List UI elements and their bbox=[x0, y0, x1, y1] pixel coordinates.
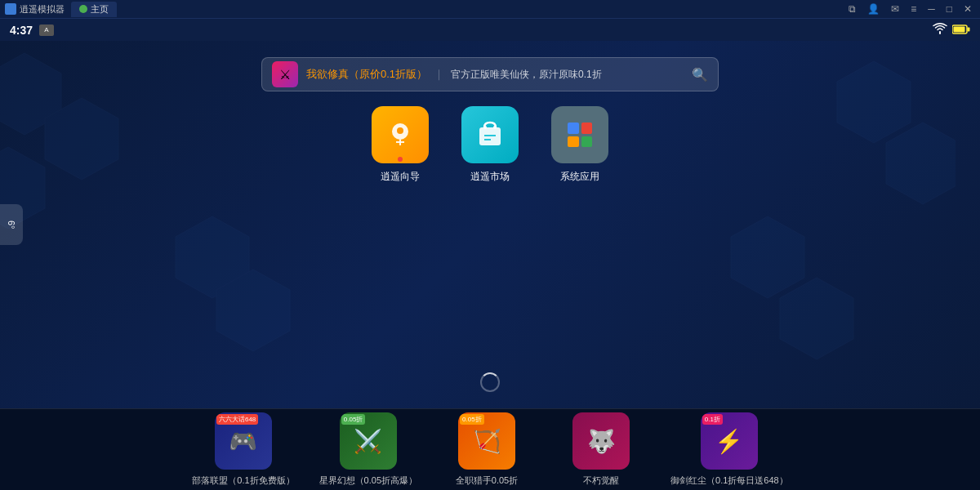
main-area: ⚔ 我欲修真（原价0.1折版） ｜ 官方正版唯美仙侠，原汁原味0.1折 🔍 bbox=[0, 41, 980, 408]
home-tab[interactable]: 主页 bbox=[71, 2, 117, 17]
game-label-game3: 全职猎手0.05折 bbox=[456, 474, 518, 487]
app-item-market[interactable]: 逍遥市场 bbox=[461, 106, 519, 184]
app-item-guide[interactable]: 逍遥向导 bbox=[372, 106, 429, 184]
game-item-game1[interactable]: 🎮六六大话648部落联盟（0.1折免费版） bbox=[192, 412, 294, 487]
game-badge-game2: 0.05折 bbox=[341, 414, 366, 425]
statusbar: 4:37 A bbox=[0, 18, 980, 41]
system-icon-grid bbox=[561, 116, 599, 154]
guide-app-icon bbox=[372, 106, 429, 163]
game-item-game4[interactable]: 🐺不朽觉醒 bbox=[556, 412, 646, 487]
svg-marker-6 bbox=[837, 61, 911, 143]
game-icon-game5: ⚡0.1折 bbox=[701, 412, 758, 470]
svg-point-17 bbox=[483, 126, 487, 129]
titlebar: 逍遥模拟器 主页 ⧉ 👤 ✉ ≡ ─ □ ✕ bbox=[0, 0, 980, 18]
hex-bg-2 bbox=[808, 57, 956, 220]
hex-bg-4 bbox=[694, 212, 858, 376]
guide-dot bbox=[398, 157, 403, 162]
hex-bg-1 bbox=[0, 49, 147, 229]
spinner-area bbox=[480, 372, 500, 392]
maximize-btn[interactable]: □ bbox=[943, 2, 956, 16]
guide-label: 逍遥向导 bbox=[381, 170, 420, 184]
game-label-game1: 部落联盟（0.1折免费版） bbox=[192, 474, 294, 487]
search-container: ⚔ 我欲修真（原价0.1折版） ｜ 官方正版唯美仙侠，原汁原味0.1折 🔍 bbox=[261, 57, 719, 91]
sys-icon-g bbox=[568, 122, 579, 134]
tab-dot bbox=[79, 5, 87, 13]
minimize-btn[interactable]: ─ bbox=[924, 2, 938, 16]
game-icon-game1: 🎮六六大话648 bbox=[215, 412, 272, 470]
sys-icon-r bbox=[581, 122, 593, 134]
game-badge-game3: 0.05折 bbox=[460, 414, 484, 425]
bottombar: 🎮六六大话648部落联盟（0.1折免费版）⚔️0.05折星界幻想（0.05折高爆… bbox=[0, 408, 980, 490]
account-btn[interactable]: 👤 bbox=[864, 2, 883, 16]
time-display: 4:37 bbox=[10, 24, 33, 37]
close-btn[interactable]: ✕ bbox=[960, 2, 975, 16]
system-label: 系统应用 bbox=[560, 170, 599, 184]
game-item-game3[interactable]: 🏹0.05折全职猎手0.05折 bbox=[442, 412, 532, 487]
searchbar-game-icon: ⚔ bbox=[272, 61, 298, 87]
game-icon-bg-game4: 🐺 bbox=[572, 412, 630, 470]
game-badge-game1: 六六大话648 bbox=[216, 414, 258, 425]
app-logo-icon bbox=[5, 3, 16, 15]
loading-spinner bbox=[480, 372, 500, 392]
side-button-label: 6° bbox=[7, 220, 16, 229]
game-badge-game5: 0.1折 bbox=[702, 414, 723, 425]
menu-btn[interactable]: ≡ bbox=[907, 2, 920, 16]
searchbar-divider: ｜ bbox=[434, 67, 444, 82]
game-label-game5: 御剑红尘（0.1折每日送648） bbox=[670, 474, 788, 487]
app-logo: 逍遥模拟器 bbox=[5, 3, 65, 16]
wifi-icon bbox=[933, 23, 947, 37]
game-icon-game4: 🐺 bbox=[572, 412, 630, 470]
mail-btn[interactable]: ✉ bbox=[888, 2, 902, 16]
app-name: 逍遥模拟器 bbox=[20, 3, 65, 16]
app-item-system[interactable]: 系统应用 bbox=[551, 106, 608, 184]
svg-marker-11 bbox=[780, 278, 853, 359]
svg-rect-2 bbox=[954, 26, 965, 32]
side-button[interactable]: 6° bbox=[0, 204, 23, 245]
game-icon-game2: ⚔️0.05折 bbox=[340, 412, 397, 470]
svg-point-18 bbox=[493, 126, 497, 129]
searchbar-content: 我欲修真（原价0.1折版） ｜ 官方正版唯美仙侠，原汁原味0.1折 bbox=[306, 67, 684, 82]
market-icon-wrapper bbox=[461, 106, 519, 163]
titlebar-left: 逍遥模拟器 主页 bbox=[5, 2, 117, 17]
hex-bg-3 bbox=[163, 212, 294, 359]
tab-label: 主页 bbox=[91, 3, 109, 16]
svg-marker-10 bbox=[731, 216, 804, 298]
game-icon-inner: ⚔ bbox=[279, 67, 291, 82]
sys-icon-o bbox=[568, 136, 579, 148]
searchbar[interactable]: ⚔ 我欲修真（原价0.1折版） ｜ 官方正版唯美仙侠，原汁原味0.1折 🔍 bbox=[261, 57, 719, 91]
apps-grid: 逍遥向导 逍遥市场 bbox=[372, 106, 608, 184]
sys-icon-b bbox=[581, 136, 593, 148]
market-label: 逍遥市场 bbox=[470, 170, 510, 184]
search-icon[interactable]: 🔍 bbox=[692, 67, 708, 82]
game-label-game4: 不朽觉醒 bbox=[583, 474, 619, 487]
guide-icon-wrapper bbox=[372, 106, 429, 163]
svg-rect-1 bbox=[968, 27, 970, 31]
keyboard-icon: A bbox=[39, 24, 54, 36]
statusbar-left: 4:37 A bbox=[10, 24, 54, 37]
searchbar-description: 官方正版唯美仙侠，原汁原味0.1折 bbox=[451, 68, 602, 82]
battery-icon bbox=[952, 23, 970, 38]
searchbar-game-title: 我欲修真（原价0.1折版） bbox=[306, 67, 427, 82]
svg-point-13 bbox=[397, 127, 403, 134]
keyboard-label: A bbox=[44, 26, 48, 33]
system-icon-wrapper bbox=[551, 106, 608, 163]
titlebar-controls: ⧉ 👤 ✉ ≡ ─ □ ✕ bbox=[845, 2, 975, 16]
market-app-icon bbox=[461, 106, 519, 163]
system-app-icon bbox=[551, 106, 608, 163]
statusbar-right bbox=[933, 23, 970, 38]
svg-marker-7 bbox=[886, 122, 956, 204]
game-item-game5[interactable]: ⚡0.1折御剑红尘（0.1折每日送648） bbox=[670, 412, 788, 487]
game-label-game2: 星界幻想（0.05折高爆） bbox=[319, 474, 417, 487]
game-icon-game3: 🏹0.05折 bbox=[458, 412, 515, 470]
restore-btn[interactable]: ⧉ bbox=[845, 2, 859, 16]
game-item-game2[interactable]: ⚔️0.05折星界幻想（0.05折高爆） bbox=[319, 412, 417, 487]
